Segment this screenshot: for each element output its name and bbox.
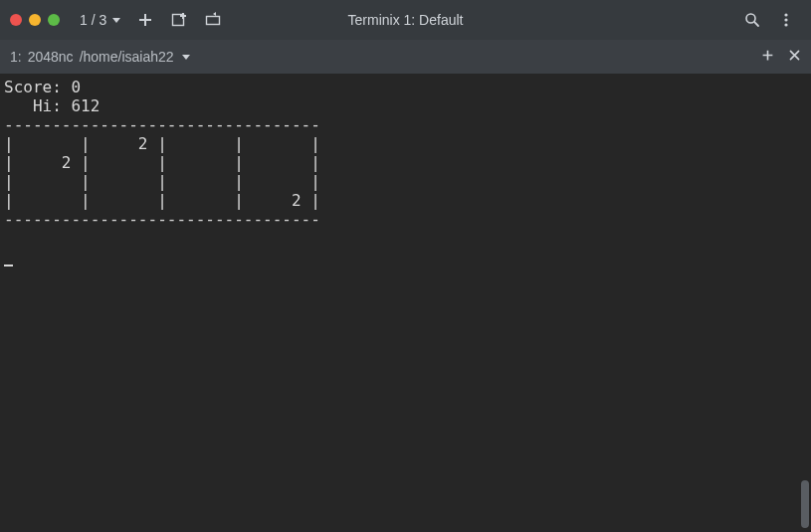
search-icon <box>744 12 760 28</box>
minimize-window-button[interactable] <box>29 14 41 26</box>
kebab-icon <box>778 12 794 28</box>
add-terminal-down-button[interactable] <box>164 5 194 35</box>
tab-cwd: /home/isaiah22 <box>80 49 174 65</box>
svg-point-4 <box>784 18 787 21</box>
svg-point-3 <box>784 13 787 16</box>
close-icon <box>788 49 801 62</box>
svg-point-5 <box>784 23 787 26</box>
window-title: Terminix 1: Default <box>348 12 464 28</box>
scrollbar-thumb[interactable] <box>801 480 809 528</box>
add-tab-button[interactable] <box>761 49 774 65</box>
maximize-window-button[interactable] <box>48 14 60 26</box>
add-terminal-button[interactable] <box>130 5 160 35</box>
hi-line: Hi: 612 <box>4 96 100 115</box>
window-controls <box>10 14 60 26</box>
menu-button[interactable] <box>771 5 801 35</box>
active-tab[interactable]: 1: 2048nc /home/isaiah22 <box>10 49 190 65</box>
game-board: --------------------------------- | | 2 … <box>4 115 320 229</box>
tab-process: 2048nc <box>28 49 74 65</box>
tab-index: 1: <box>10 49 22 65</box>
chevron-down-icon <box>182 55 190 60</box>
tabbar: 1: 2048nc /home/isaiah22 <box>0 40 811 74</box>
titlebar: 1 / 3 Terminix 1: Default <box>0 0 811 40</box>
svg-rect-1 <box>207 17 220 25</box>
new-terminal-icon <box>171 12 187 28</box>
close-window-button[interactable] <box>10 14 22 26</box>
session-counter[interactable]: 1 / 3 <box>74 8 126 32</box>
split-icon <box>205 12 221 28</box>
plus-icon <box>761 49 774 62</box>
score-line: Score: 0 <box>4 78 81 96</box>
search-button[interactable] <box>737 5 767 35</box>
terminal-cursor <box>4 251 13 266</box>
terminal-viewport[interactable]: Score: 0 Hi: 612 -----------------------… <box>0 74 811 532</box>
chevron-down-icon <box>112 18 120 23</box>
session-counter-label: 1 / 3 <box>80 12 106 28</box>
plus-icon <box>137 12 153 28</box>
close-tab-button[interactable] <box>788 49 801 65</box>
split-terminal-button[interactable] <box>198 5 228 35</box>
